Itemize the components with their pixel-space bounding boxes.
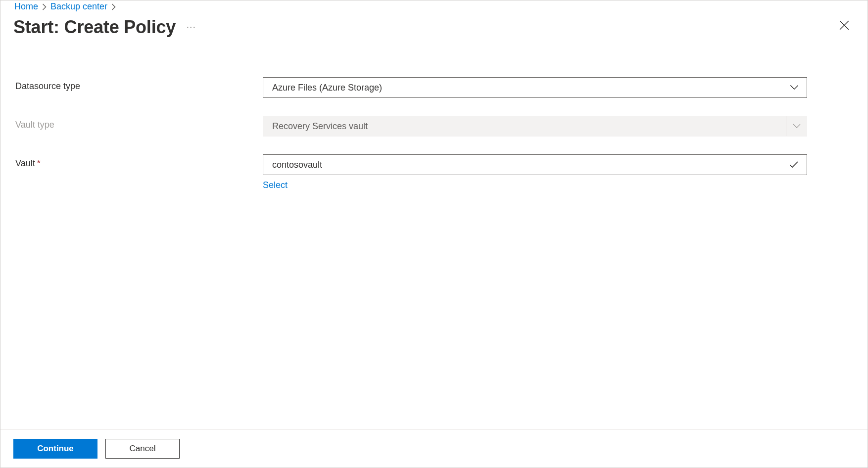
close-icon	[839, 20, 850, 31]
chevron-down-icon	[790, 85, 799, 91]
vault-type-label: Vault type	[15, 116, 263, 130]
vault-select-link[interactable]: Select	[263, 180, 288, 190]
chevron-down-icon	[786, 116, 807, 136]
vault-label: Vault*	[15, 154, 263, 169]
vault-input[interactable]: contosovault	[263, 154, 807, 175]
continue-button[interactable]: Continue	[13, 439, 97, 459]
chevron-right-icon	[42, 3, 47, 10]
required-indicator: *	[37, 158, 41, 168]
breadcrumb-backup-center[interactable]: Backup center	[50, 1, 107, 12]
datasource-type-value: Azure Files (Azure Storage)	[272, 83, 382, 93]
datasource-type-label: Datasource type	[15, 77, 263, 92]
form-area: Datasource type Azure Files (Azure Stora…	[0, 38, 868, 190]
cancel-button[interactable]: Cancel	[105, 439, 180, 459]
vault-type-value: Recovery Services vault	[272, 121, 368, 132]
vault-type-row: Vault type Recovery Services vault	[15, 116, 853, 137]
vault-value: contosovault	[272, 160, 322, 170]
close-button[interactable]	[836, 17, 853, 34]
page-title: Start: Create Policy	[13, 17, 176, 38]
breadcrumb-home[interactable]: Home	[14, 1, 38, 12]
breadcrumb: Home Backup center	[0, 0, 868, 12]
check-icon	[789, 161, 799, 169]
more-actions-button[interactable]: ···	[185, 20, 198, 35]
datasource-type-select[interactable]: Azure Files (Azure Storage)	[263, 77, 807, 98]
datasource-type-row: Datasource type Azure Files (Azure Stora…	[15, 77, 853, 98]
vault-row: Vault* contosovault Select	[15, 154, 853, 190]
chevron-right-icon	[111, 3, 116, 10]
vault-type-select: Recovery Services vault	[263, 116, 807, 137]
page-header: Start: Create Policy ···	[0, 12, 868, 38]
footer-actions: Continue Cancel	[0, 429, 868, 468]
